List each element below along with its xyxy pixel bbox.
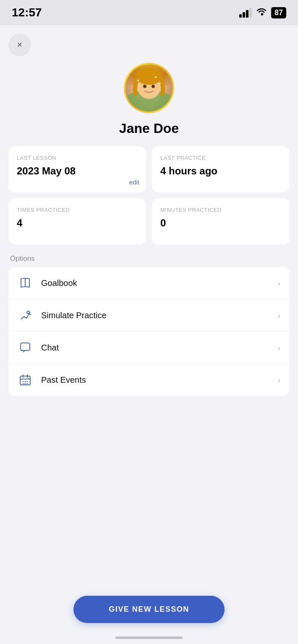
simulate-practice-label: Simulate Practice (41, 311, 277, 320)
svg-point-13 (27, 381, 28, 382)
chat-chevron: › (277, 343, 280, 353)
give-new-lesson-button[interactable]: GIVE NEW LESSON (73, 596, 225, 623)
simulate-practice-icon (18, 308, 33, 323)
svg-rect-9 (21, 343, 30, 351)
options-card: Goalbook › Simulate Practice › (8, 267, 290, 396)
goalbook-chevron: › (277, 278, 280, 288)
svg-point-12 (25, 381, 26, 382)
svg-point-8 (27, 311, 29, 314)
stats-grid-row1: LAST LESSON 2023 May 08 edit LAST PRACTI… (8, 146, 290, 192)
chat-label: Chat (41, 343, 277, 353)
svg-point-16 (27, 383, 28, 384)
options-section: Options Goalbook › (8, 254, 290, 396)
minutes-practiced-card: MINUTES PRACTICED 0 (152, 198, 290, 244)
svg-point-7 (155, 76, 157, 78)
stats-grid-row2: TIMES PRACTICED 4 MINUTES PRACTICED 0 (8, 198, 290, 244)
svg-point-14 (23, 383, 24, 384)
svg-point-3 (143, 85, 146, 88)
close-icon: × (17, 39, 23, 50)
avatar (125, 65, 173, 112)
avatar-ring (124, 63, 174, 113)
svg-point-5 (137, 80, 139, 81)
status-icons: 87 (239, 7, 286, 18)
svg-point-11 (23, 381, 24, 382)
last-practice-card: LAST PRACTICE 4 hours ago (152, 146, 290, 192)
battery-icon: 87 (271, 7, 286, 18)
last-lesson-value: 2023 May 08 (17, 165, 138, 177)
goalbook-icon (18, 275, 33, 291)
main-content: × (0, 25, 298, 644)
svg-point-6 (159, 83, 161, 84)
wifi-icon (256, 8, 267, 18)
close-button[interactable]: × (8, 34, 31, 56)
last-lesson-label: LAST LESSON (17, 155, 138, 161)
signal-icon (239, 8, 252, 18)
simulate-practice-chevron: › (277, 311, 280, 320)
home-indicator (115, 636, 183, 639)
minutes-practiced-label: MINUTES PRACTICED (160, 207, 281, 213)
past-events-chevron: › (277, 375, 280, 385)
last-lesson-card: LAST LESSON 2023 May 08 edit (8, 146, 146, 192)
past-events-row[interactable]: Past Events › (8, 364, 290, 396)
simulate-practice-row[interactable]: Simulate Practice › (8, 299, 290, 332)
svg-point-15 (25, 383, 26, 384)
chat-row[interactable]: Chat › (8, 332, 290, 364)
status-bar: 12:57 87 (0, 0, 298, 25)
last-practice-value: 4 hours ago (160, 165, 281, 177)
times-practiced-label: TIMES PRACTICED (17, 207, 138, 213)
status-time: 12:57 (12, 6, 42, 19)
minutes-practiced-value: 0 (160, 217, 281, 229)
profile-section: Jane Doe (8, 63, 290, 136)
past-events-label: Past Events (41, 375, 277, 385)
options-label: Options (8, 254, 290, 263)
edit-link[interactable]: edit (129, 179, 139, 186)
user-name: Jane Doe (119, 121, 179, 136)
last-practice-label: LAST PRACTICE (160, 155, 281, 161)
svg-point-4 (152, 85, 155, 88)
past-events-icon (18, 372, 33, 387)
svg-point-2 (136, 68, 162, 85)
goalbook-label: Goalbook (41, 278, 277, 288)
times-practiced-card: TIMES PRACTICED 4 (8, 198, 146, 244)
times-practiced-value: 4 (17, 217, 138, 229)
chat-icon (18, 340, 33, 355)
bottom-cta-area: GIVE NEW LESSON (0, 596, 298, 623)
goalbook-row[interactable]: Goalbook › (8, 267, 290, 299)
battery-level: 87 (274, 8, 283, 17)
